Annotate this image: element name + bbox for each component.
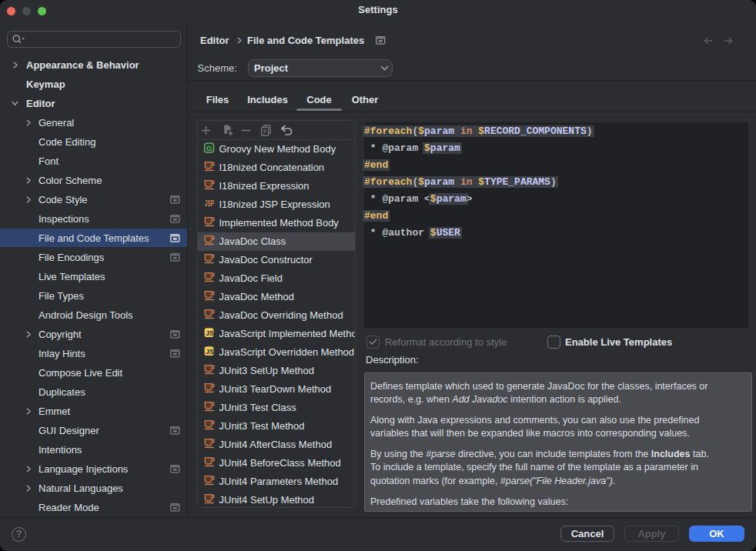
svg-text:JS: JS [206, 348, 214, 356]
svg-text:JS: JS [206, 329, 214, 337]
svg-text:JSP: JSP [204, 199, 214, 208]
svg-text:G: G [206, 144, 211, 152]
